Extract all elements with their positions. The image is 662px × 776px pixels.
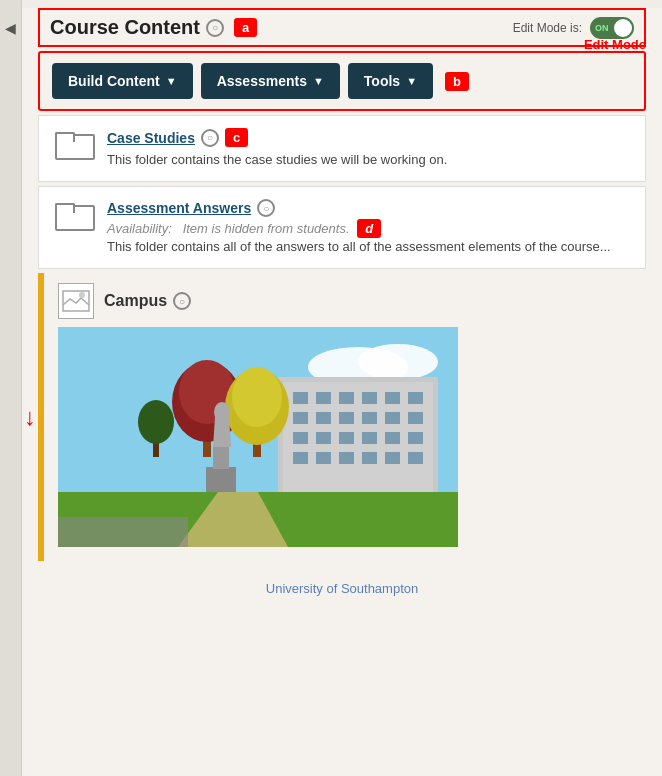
svg-rect-14: [316, 412, 331, 424]
svg-rect-30: [408, 452, 423, 464]
svg-rect-25: [293, 452, 308, 464]
svg-rect-27: [339, 452, 354, 464]
visibility-icon[interactable]: ○: [206, 19, 224, 37]
campus-item: ↓ Campus ○: [38, 273, 646, 561]
case-studies-description: This folder contains the case studies we…: [107, 151, 631, 169]
svg-point-1: [79, 292, 85, 298]
svg-rect-12: [408, 392, 423, 404]
edit-mode-toggle[interactable]: ON: [590, 17, 634, 39]
toggle-knob: [614, 19, 632, 37]
assessment-answers-title-row: Assessment Answers ○: [107, 199, 631, 217]
assessment-answers-title[interactable]: Assessment Answers: [107, 200, 251, 216]
annotation-e-arrow-icon: ↓: [24, 403, 36, 431]
tools-label: Tools: [364, 73, 400, 89]
svg-rect-42: [213, 447, 229, 469]
svg-rect-20: [316, 432, 331, 444]
edit-mode-area: Edit Mode is: ON: [513, 17, 634, 39]
campus-thumbnail-icon: [58, 283, 94, 319]
svg-rect-21: [339, 432, 354, 444]
svg-rect-15: [339, 412, 354, 424]
edit-mode-label: Edit Mode is:: [513, 21, 582, 35]
footer-text: University of Southampton: [266, 581, 418, 596]
campus-visibility-icon[interactable]: ○: [173, 292, 191, 310]
svg-rect-29: [385, 452, 400, 464]
campus-image: [58, 327, 458, 547]
case-studies-title[interactable]: Case Studies: [107, 130, 195, 146]
campus-title: Campus: [104, 292, 167, 310]
footer: University of Southampton: [22, 569, 662, 608]
case-studies-title-row: Case Studies ○ c: [107, 128, 631, 147]
svg-rect-18: [408, 412, 423, 424]
svg-rect-10: [362, 392, 377, 404]
svg-rect-8: [316, 392, 331, 404]
build-content-button[interactable]: Build Content ▼: [52, 63, 193, 99]
svg-point-36: [232, 367, 282, 427]
content-list: Case Studies ○ c This folder contains th…: [22, 115, 662, 561]
assessment-answers-item: Assessment Answers ○ Availability: Item …: [38, 186, 646, 269]
tools-button[interactable]: Tools ▼: [348, 63, 433, 99]
case-studies-body: Case Studies ○ c This folder contains th…: [107, 128, 631, 169]
svg-rect-19: [293, 432, 308, 444]
assessments-chevron-icon: ▼: [313, 75, 324, 87]
campus-header: Campus ○: [58, 283, 632, 319]
assessments-label: Assessments: [217, 73, 307, 89]
image-icon-svg: [62, 290, 90, 312]
svg-rect-45: [58, 517, 188, 547]
collapse-arrow-icon: ◀: [5, 20, 16, 36]
svg-rect-7: [293, 392, 308, 404]
main-content: Course Content ○ a Edit Mode is: ON Edit…: [22, 8, 662, 776]
svg-rect-24: [408, 432, 423, 444]
svg-rect-28: [362, 452, 377, 464]
svg-rect-26: [316, 452, 331, 464]
annotation-c-badge: c: [225, 128, 248, 147]
svg-rect-23: [385, 432, 400, 444]
assessment-description: This folder contains all of the answers …: [107, 238, 631, 256]
page-header: Course Content ○ a Edit Mode is: ON: [38, 8, 646, 47]
svg-point-4: [358, 344, 438, 380]
campus-item-inner: Campus ○: [44, 273, 646, 561]
annotation-d-badge: d: [357, 219, 381, 238]
title-area: Course Content ○ a: [50, 16, 257, 39]
case-studies-item: Case Studies ○ c This folder contains th…: [38, 115, 646, 182]
folder-icon-assessment: [53, 199, 93, 235]
svg-point-38: [138, 400, 174, 444]
campus-title-area: Campus ○: [104, 292, 191, 310]
case-studies-visibility-icon[interactable]: ○: [201, 129, 219, 147]
svg-rect-17: [385, 412, 400, 424]
svg-rect-41: [206, 467, 236, 492]
svg-rect-16: [362, 412, 377, 424]
svg-point-44: [214, 402, 230, 422]
svg-rect-22: [362, 432, 377, 444]
toolbar: Build Content ▼ Assessments ▼ Tools ▼ b: [38, 51, 646, 111]
svg-rect-13: [293, 412, 308, 424]
assessment-answers-body: Assessment Answers ○ Availability: Item …: [107, 199, 631, 256]
svg-rect-11: [385, 392, 400, 404]
sidebar-collapse-tab[interactable]: ◀: [0, 0, 22, 776]
svg-rect-9: [339, 392, 354, 404]
assessment-availability: Availability: Item is hidden from studen…: [107, 221, 631, 236]
page-title: Course Content: [50, 16, 200, 39]
annotation-a-badge: a: [234, 18, 257, 37]
folder-icon-case-studies: [53, 128, 93, 164]
assessments-button[interactable]: Assessments ▼: [201, 63, 340, 99]
tools-chevron-icon: ▼: [406, 75, 417, 87]
build-content-chevron-icon: ▼: [166, 75, 177, 87]
folder-shape-icon: [55, 132, 91, 160]
build-content-label: Build Content: [68, 73, 160, 89]
toggle-on-text: ON: [595, 23, 609, 33]
folder-shape-icon-2: [55, 203, 91, 231]
annotation-b-badge: b: [445, 72, 469, 91]
assessment-visibility-icon[interactable]: ○: [257, 199, 275, 217]
